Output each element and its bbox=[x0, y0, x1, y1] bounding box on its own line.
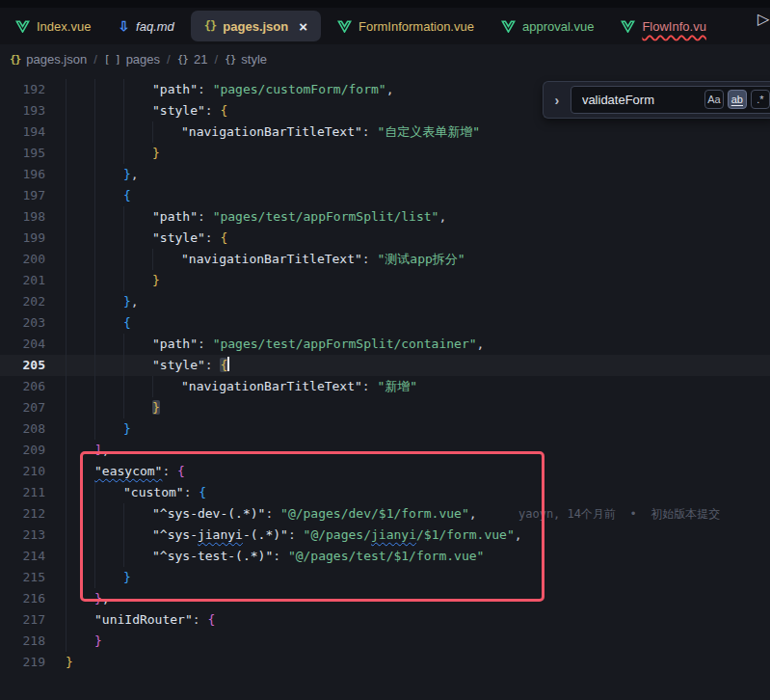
indent-guide bbox=[66, 334, 66, 355]
line-number: 208 bbox=[0, 418, 45, 440]
breadcrumb-item-style[interactable]: {}style bbox=[225, 52, 267, 67]
indent-guide bbox=[66, 588, 66, 609]
tab-label: FlowInfo.vu bbox=[642, 19, 705, 34]
breadcrumb-item-21[interactable]: {}21 bbox=[177, 52, 208, 67]
breadcrumb-label: pages bbox=[126, 52, 160, 67]
code-editor[interactable]: 192"path": "pages/customForm/form",193"s… bbox=[0, 73, 770, 700]
code-line-204[interactable]: 204"path": "pages/test/appFormSplit/cont… bbox=[0, 334, 770, 355]
code-line-200[interactable]: 200"navigationBarTitleText": "测试app拆分" bbox=[0, 249, 770, 270]
code-line-215[interactable]: 215} bbox=[0, 567, 770, 588]
indent-guide bbox=[152, 376, 153, 397]
indent-guide bbox=[94, 228, 95, 249]
token-p: : bbox=[198, 337, 213, 351]
token-p: : bbox=[205, 103, 221, 118]
code-line-208[interactable]: 208} bbox=[0, 418, 770, 440]
token-s: /$1/form.vue" bbox=[416, 527, 515, 542]
indent-guide bbox=[66, 440, 66, 461]
tab-flowinfo-vu[interactable]: FlowInfo.vu bbox=[607, 8, 719, 44]
tab-label: FormInformation.vue bbox=[358, 19, 474, 34]
line-content: "navigationBarTitleText": "新增" bbox=[181, 376, 417, 397]
line-content: "uniIdRouter": { bbox=[94, 609, 215, 631]
code-line-206[interactable]: 206"navigationBarTitleText": "新增" bbox=[0, 376, 770, 397]
line-number: 212 bbox=[0, 503, 45, 525]
token-b: { bbox=[199, 485, 206, 499]
token-p: : bbox=[205, 358, 221, 372]
code-line-213[interactable]: 213"^sys-jianyi-(.*)": "@/pages/jianyi/$… bbox=[0, 525, 770, 546]
run-icon[interactable]: ▷ bbox=[757, 10, 769, 28]
token-s: "新增" bbox=[378, 379, 418, 393]
tab-label: approval.vue bbox=[522, 19, 594, 34]
whole-word-toggle[interactable]: ab bbox=[728, 90, 747, 109]
tab-faq-md[interactable]: ⇩faq.md bbox=[104, 8, 187, 44]
tab-approval-vue[interactable]: approval.vue bbox=[488, 8, 607, 44]
line-number: 206 bbox=[0, 376, 45, 397]
code-line-201[interactable]: 201} bbox=[0, 270, 770, 291]
code-line-209[interactable]: 209], bbox=[0, 440, 770, 461]
line-number: 213 bbox=[0, 525, 45, 546]
token-yh: { bbox=[220, 358, 227, 372]
token-k: "^sys- bbox=[152, 527, 198, 542]
tab-index-vue[interactable]: Index.vue bbox=[2, 8, 104, 44]
regex-toggle[interactable]: .* bbox=[751, 90, 770, 109]
code-line-216[interactable]: 216}, bbox=[0, 588, 770, 609]
code-line-217[interactable]: 217"uniIdRouter": { bbox=[0, 609, 770, 631]
code-line-219[interactable]: 219} bbox=[0, 652, 770, 673]
line-content: "^sys-jianyi-(.*)": "@/pages/jianyi/$1/f… bbox=[152, 525, 522, 546]
object-symbol-icon: {} bbox=[177, 53, 188, 66]
line-number: 218 bbox=[0, 631, 45, 652]
indent-guide bbox=[66, 291, 66, 312]
line-content: "path": "pages/customForm/form", bbox=[152, 79, 393, 100]
code-line-214[interactable]: 214"^sys-test-(.*)": "@/pages/test/$1/fo… bbox=[0, 546, 770, 567]
code-line-194[interactable]: 194"navigationBarTitleText": "自定义表单新增" bbox=[0, 121, 770, 143]
tab-forminformation-vue[interactable]: FormInformation.vue bbox=[324, 8, 488, 44]
token-p: , bbox=[469, 506, 477, 521]
line-number: 199 bbox=[0, 228, 45, 249]
token-m: } bbox=[94, 591, 102, 606]
code-line-205[interactable]: 205"style": { bbox=[0, 355, 770, 376]
code-line-196[interactable]: 196}, bbox=[0, 164, 770, 185]
indent-guide bbox=[123, 143, 124, 164]
text-cursor bbox=[227, 357, 229, 371]
code-line-198[interactable]: 198"path": "pages/test/appFormSplit/list… bbox=[0, 206, 770, 228]
token-p: , bbox=[102, 443, 110, 457]
indent-guide bbox=[66, 79, 66, 100]
token-k: "custom" bbox=[123, 485, 184, 499]
breadcrumb-label: style bbox=[241, 52, 267, 67]
indent-guide bbox=[66, 100, 66, 121]
indent-guide bbox=[94, 482, 95, 503]
code-line-212[interactable]: 212"^sys-dev-(.*)": "@/pages/dev/$1/form… bbox=[0, 503, 770, 525]
code-line-202[interactable]: 202}, bbox=[0, 291, 770, 312]
find-input[interactable] bbox=[571, 87, 703, 113]
line-number: 215 bbox=[0, 567, 45, 588]
code-line-195[interactable]: 195} bbox=[0, 143, 770, 164]
breadcrumb-item-pages-json[interactable]: {}pages.json bbox=[10, 52, 87, 67]
breadcrumb-item-pages[interactable]: [ ]pages bbox=[104, 52, 160, 67]
code-line-199[interactable]: 199"style": { bbox=[0, 228, 770, 249]
tab-pages-json[interactable]: {}pages.json× bbox=[191, 11, 321, 41]
indent-guide bbox=[66, 567, 66, 588]
line-number: 204 bbox=[0, 334, 45, 355]
indent-guide bbox=[66, 376, 66, 397]
line-number: 195 bbox=[0, 143, 45, 164]
indent-guide bbox=[94, 121, 95, 143]
toggle-replace-icon[interactable]: › bbox=[544, 93, 571, 108]
code-line-218[interactable]: 218} bbox=[0, 631, 770, 652]
code-line-210[interactable]: 210"easycom": { bbox=[0, 461, 770, 482]
breadcrumb-separator: / bbox=[214, 52, 218, 67]
token-k: -(.*)" bbox=[243, 527, 288, 542]
indent-guide bbox=[66, 121, 66, 143]
indent-guide bbox=[66, 206, 66, 228]
code-line-211[interactable]: 211"custom": { bbox=[0, 482, 770, 503]
code-line-207[interactable]: 207} bbox=[0, 397, 770, 418]
token-m: } bbox=[94, 633, 102, 648]
token-s: "测试app拆分" bbox=[378, 252, 465, 266]
line-content: }, bbox=[123, 291, 139, 312]
code-line-197[interactable]: 197{ bbox=[0, 185, 770, 206]
code-line-203[interactable]: 203{ bbox=[0, 312, 770, 334]
token-yh: } bbox=[152, 400, 160, 415]
match-case-toggle[interactable]: Aa bbox=[704, 90, 724, 109]
line-content: "^sys-dev-(.*)": "@/pages/dev/$1/form.vu… bbox=[152, 503, 477, 525]
line-number: 196 bbox=[0, 164, 45, 185]
close-icon[interactable]: × bbox=[299, 19, 307, 34]
indent-guide bbox=[94, 100, 95, 121]
